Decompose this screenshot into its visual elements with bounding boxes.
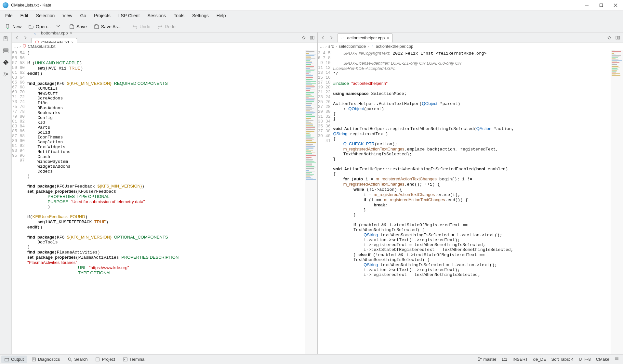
split-icon[interactable] [308,34,316,42]
redo-icon [157,24,163,29]
insert-mode[interactable]: INSERT [512,357,528,362]
svg-point-38 [478,358,479,358]
menubar: FileEditSelectionViewGoProjectsLSP Clien… [0,10,623,21]
menu-projects[interactable]: Projects [90,11,114,20]
file-icon: c⁺ [341,36,345,40]
redo-label: Redo [165,24,175,29]
new-button[interactable]: New [2,22,25,31]
branch-label: master [484,357,497,362]
menu-icon[interactable] [615,357,619,362]
left-breadcrumb[interactable]: ...› CMakeLists.txt [12,43,317,50]
menu-file[interactable]: File [1,11,17,20]
redo-button[interactable]: Redo [154,22,179,31]
breadcrumb-segment[interactable]: CMakeLists.txt [22,44,55,49]
right-code[interactable]: SPDX-FileCopyrightText: 2022 Felix Ernst… [333,50,611,354]
breadcrumb-segment[interactable]: ... [14,44,18,49]
svg-text:c⁺: c⁺ [341,37,344,40]
svg-rect-27 [618,36,620,39]
tab-close-icon[interactable]: × [387,35,389,41]
menu-settings[interactable]: Settings [188,11,213,20]
minimize-button[interactable] [584,2,590,8]
tab-close-icon[interactable]: × [70,31,72,36]
close-button[interactable] [613,2,618,8]
svg-line-35 [71,360,72,361]
menu-tools[interactable]: Tools [170,11,188,20]
symbols-icon[interactable] [1,70,10,79]
right-breadcrumb[interactable]: ...› src› selectionmode›c⁺ actiontexthel… [318,43,623,50]
svg-rect-24 [312,36,314,39]
project-label: Project [102,357,115,362]
menu-edit[interactable]: Edit [17,11,32,20]
maximize-button[interactable] [598,2,604,8]
search-icon [68,357,72,362]
diagnostics-tab[interactable]: Diagnostics [28,356,63,363]
app-icon [3,2,8,8]
menu-sessions[interactable]: Sessions [144,11,170,20]
tab-label: bottombar.cpp [41,31,68,35]
left-gutter: 53 54 55 56 57 58 59 60 61 62 63 64 65 6… [12,50,27,354]
svg-point-40 [480,358,481,359]
locale[interactable]: de_DE [533,357,546,362]
git-icon[interactable] [1,58,10,67]
svg-rect-29 [5,358,9,361]
file-icon: c⁺ [34,31,39,35]
forward-button[interactable] [21,34,29,42]
right-editor[interactable]: 3 4 5 6 7 8 9 10 11 12 13 14 15 16 17 18… [318,50,623,354]
right-tabbar: c⁺actiontexthelper.cpp× [318,32,623,43]
back-button[interactable] [13,34,21,42]
terminal-tab[interactable]: Terminal [120,356,149,363]
project-tab[interactable]: Project [92,356,118,363]
tab-actiontexthelper-cpp[interactable]: c⁺actiontexthelper.cpp× [337,33,393,43]
svg-point-15 [5,61,6,62]
svg-point-39 [478,360,479,361]
output-icon [5,357,9,362]
left-code[interactable]: ) if (UNIX AND NOT APPLE) set(HAVE_X11 T… [27,50,305,354]
breadcrumb-segment[interactable]: src [328,44,334,49]
breadcrumb-segment[interactable]: c⁺ actiontexthelper.cpp [371,44,414,49]
menu-view[interactable]: View [59,11,76,20]
titlebar: CMakeLists.txt - Kate [0,0,623,10]
breadcrumb-segment[interactable]: ... [320,44,324,49]
save-label: Save [76,24,87,29]
left-editor-pane: c⁺bottombar.cpp×CMakeLists.txt× ...› CMa… [12,32,318,354]
file-icon [22,44,26,49]
save-as-button[interactable]: Save As... [91,22,125,31]
window-title: CMakeLists.txt - Kate [11,3,51,7]
left-tabbar: c⁺bottombar.cpp×CMakeLists.txt× [12,32,317,43]
projects-icon[interactable] [1,46,10,55]
svg-rect-37 [123,358,127,361]
indent-mode[interactable]: Soft Tabs: 4 [551,357,574,362]
svg-rect-26 [616,36,617,39]
diagnostics-icon [32,357,36,362]
output-tab[interactable]: Output [1,356,27,363]
tab-bottombar-cpp[interactable]: c⁺bottombar.cpp× [31,29,77,37]
search-tab[interactable]: Search [64,356,91,363]
menu-go[interactable]: Go [76,11,90,20]
split-icon[interactable] [614,34,622,42]
left-minimap[interactable] [305,50,317,354]
menu-lsp-client[interactable]: LSP Client [114,11,144,20]
documents-icon[interactable] [1,34,10,44]
quick-open-icon[interactable] [605,34,613,42]
svg-rect-8 [96,25,97,26]
right-minimap[interactable] [611,50,623,354]
quick-open-icon[interactable] [300,34,308,42]
breadcrumb-segment[interactable]: selectionmode [338,44,366,49]
toolbar-separator [127,23,127,30]
svg-rect-31 [32,358,35,361]
svg-point-34 [68,358,71,360]
save-as-label: Save As... [101,24,122,29]
undo-button[interactable]: Undo [129,22,153,31]
menu-help[interactable]: Help [213,11,230,20]
encoding[interactable]: UTF-8 [579,357,591,362]
undo-label: Undo [139,24,150,29]
svg-rect-4 [6,24,9,28]
language-mode[interactable]: CMake [596,357,609,362]
forward-button[interactable] [327,34,335,42]
back-button[interactable] [319,34,327,42]
cursor-position[interactable]: 1:1 [501,357,507,362]
git-branch[interactable]: master [478,357,496,362]
menu-selection[interactable]: Selection [32,11,59,20]
svg-rect-36 [96,358,99,361]
left-editor[interactable]: 53 54 55 56 57 58 59 60 61 62 63 64 65 6… [12,50,317,354]
